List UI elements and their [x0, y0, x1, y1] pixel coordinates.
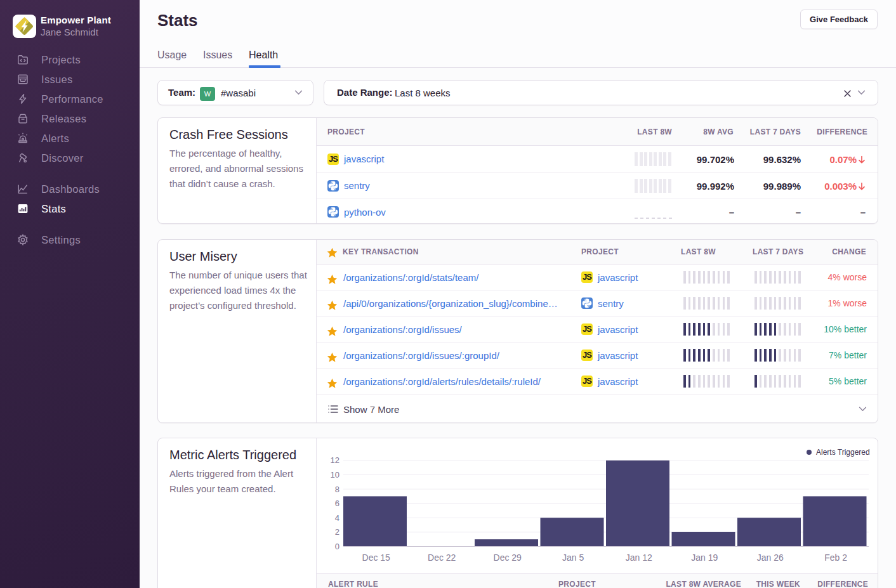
svg-text:6: 6	[335, 499, 339, 508]
svg-text:Jan 5: Jan 5	[562, 552, 584, 563]
svg-text:Jan 19: Jan 19	[691, 552, 718, 563]
svg-text:Dec 15: Dec 15	[362, 552, 391, 563]
svg-text:Jan 12: Jan 12	[626, 552, 652, 563]
svg-text:Dec 29: Dec 29	[494, 552, 522, 563]
svg-text:0: 0	[335, 542, 339, 551]
svg-text:Jan 26: Jan 26	[757, 552, 784, 563]
svg-text:12: 12	[331, 455, 339, 465]
svg-text:10: 10	[331, 470, 339, 480]
svg-text:Alerts Triggered: Alerts Triggered	[816, 448, 870, 457]
svg-text:4: 4	[335, 513, 339, 523]
svg-text:Dec 22: Dec 22	[428, 552, 456, 563]
svg-text:Feb 2: Feb 2	[824, 552, 847, 563]
svg-text:2: 2	[335, 527, 339, 537]
svg-text:8: 8	[335, 485, 339, 494]
